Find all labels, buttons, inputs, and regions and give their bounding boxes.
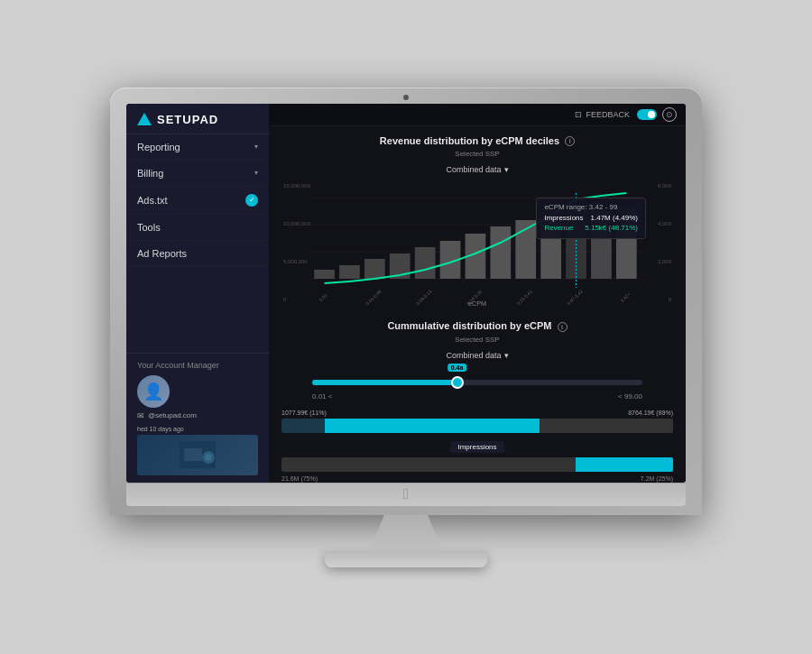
dropdown-arrow-icon-2: ▾ <box>504 351 509 360</box>
ssp-dropdown-2[interactable]: Combined data ▾ <box>446 351 508 360</box>
app-title: SETUPAD <box>157 113 218 126</box>
chevron-down-icon: ▾ <box>254 169 258 177</box>
reporting-label: Reporting <box>137 142 254 152</box>
bar-bottom-labels: 21.6M (75%) 7.2M (25%) <box>281 475 673 482</box>
svg-rect-12 <box>415 247 436 279</box>
y-axis-right: 6,000 4,000 2,000 0 <box>658 180 671 306</box>
account-manager-label: Your Account Manager <box>137 361 258 370</box>
bar-labels-top: 1077.99€ (11%) 8764.19€ (89%) <box>281 410 673 416</box>
chart-section-cumulative: Cummulative distribution by eCPM i Selec… <box>281 320 673 482</box>
svg-text:0.01: 0.01 <box>318 292 328 302</box>
bar-bottom-right: 7.2M (25%) <box>641 475 673 482</box>
bar-seg-teal <box>325 419 540 433</box>
feedback-icon: ⊡ <box>575 110 582 119</box>
adreports-label: Ad Reports <box>137 248 258 259</box>
billing-label: Billing <box>137 168 254 179</box>
svg-rect-1 <box>184 448 202 461</box>
user-icon[interactable]: ⊙ <box>662 107 677 122</box>
top-bar: ⊡ FEEDBACK ⊙ <box>269 104 686 126</box>
account-section: Your Account Manager 👤 ✉ @setupad.com he… <box>126 353 269 483</box>
charts-area: Revenue distribution by eCPM deciles i S… <box>269 126 686 483</box>
chart1-wrapper: 15,000,000 10,000,000 5,000,000 0 6,000 … <box>281 180 673 306</box>
monitor-neck <box>370 515 442 551</box>
svg-rect-8 <box>314 270 335 279</box>
slider-track <box>312 380 642 385</box>
svg-text:0.01-0.08: 0.01-0.08 <box>364 289 383 306</box>
slider-fill <box>312 380 461 385</box>
info-icon: i <box>565 136 575 146</box>
svg-text:eCPM: eCPM <box>468 300 486 306</box>
svg-text:0.97-3.42: 0.97-3.42 <box>566 289 584 306</box>
bar-label-right: 8764.19€ (89%) <box>628 410 673 416</box>
impressions-label: Impressions <box>544 214 583 222</box>
sidebar-item-reporting[interactable]: Reporting ▾ <box>126 134 269 161</box>
sidebar-item-billing[interactable]: Billing ▾ <box>126 161 269 187</box>
toggle-switch[interactable] <box>637 109 657 120</box>
promo-label: hed 10 days ago <box>137 426 258 432</box>
svg-rect-10 <box>364 259 385 279</box>
stacked-bar-impressions <box>281 457 673 472</box>
slider-max-label: < 99.00 <box>618 392 642 401</box>
svg-text:0.21-0.41: 0.21-0.41 <box>515 289 533 306</box>
svg-rect-15 <box>490 226 511 279</box>
app-container: SETUPAD Reporting ▾ Billing ▾ Ads.txt ✓ <box>126 104 686 483</box>
chart1-tooltip: eCPM range: 3.42 - 99 Impressions 1.47M … <box>536 198 646 239</box>
tools-label: Tools <box>137 222 258 233</box>
revenue-label: Revenue <box>544 224 573 232</box>
monitor-base <box>325 551 487 567</box>
info-icon-2: i <box>558 322 567 332</box>
slider-min-label: 0.01 < <box>312 392 332 401</box>
ssp-value-1: Combined data <box>446 165 501 174</box>
ssp-selector-2: Selected SSP <box>281 336 673 344</box>
slider-thumb[interactable] <box>451 376 464 389</box>
bar-bottom-left: 21.6M (75%) <box>281 475 318 482</box>
ssp-label-1: Selected SSP <box>455 150 499 158</box>
tooltip-revenue-row: Revenue 5.15k€ (48.71%) <box>544 224 638 232</box>
apple-logo-icon:  <box>403 487 409 502</box>
dropdown-arrow-icon: ▾ <box>504 165 509 174</box>
svg-text:0.09-0.13: 0.09-0.13 <box>415 289 433 306</box>
chevron-down-icon: ▾ <box>254 143 258 151</box>
slider-labels: 0.01 < < 99.00 <box>312 392 642 401</box>
bar-chart-area: 1077.99€ (11%) 8764.19€ (89%) <box>281 410 673 482</box>
svg-rect-9 <box>339 265 360 279</box>
sidebar-logo: SETUPAD <box>126 104 269 134</box>
sidebar: SETUPAD Reporting ▾ Billing ▾ Ads.txt ✓ <box>126 104 269 483</box>
bar-label-left: 1077.99€ (11%) <box>281 410 327 416</box>
tooltip-title: eCPM range: 3.42 - 99 <box>544 203 638 211</box>
chart2-title: Cummulative distribution by eCPM i <box>281 320 673 332</box>
feedback-button[interactable]: ⊡ FEEDBACK <box>575 110 630 119</box>
monitor-chin:  <box>126 483 686 506</box>
ssp-selector-1: Selected SSP <box>281 150 673 158</box>
email-icon: ✉ <box>137 411 144 420</box>
impressions-center-label: Impressions <box>450 441 503 453</box>
revenue-value: 5.15k€ (48.71%) <box>585 224 638 232</box>
ssp-label-2: Selected SSP <box>455 336 499 344</box>
adstxt-label: Ads.txt <box>137 195 245 206</box>
main-content: ⊡ FEEDBACK ⊙ Revenue distrib <box>269 104 686 483</box>
sidebar-item-adstxt[interactable]: Ads.txt ✓ <box>126 187 269 215</box>
bar-seg-teal-2 <box>576 457 674 472</box>
account-email: ✉ @setupad.com <box>137 411 258 420</box>
monitor-wrapper: SETUPAD Reporting ▾ Billing ▾ Ads.txt ✓ <box>110 88 702 567</box>
stacked-bar-revenue <box>281 419 673 433</box>
sidebar-item-tools[interactable]: Tools <box>126 215 269 241</box>
bar-seg-gray <box>540 419 673 433</box>
chart-section-revenue: Revenue distribution by eCPM deciles i S… <box>281 135 673 307</box>
monitor-screen: SETUPAD Reporting ▾ Billing ▾ Ads.txt ✓ <box>126 104 686 483</box>
feedback-label: FEEDBACK <box>586 110 630 119</box>
promo-thumbnail <box>137 435 258 475</box>
check-icon: ✓ <box>245 194 258 207</box>
ssp-dropdown-1[interactable]: Combined data ▾ <box>446 165 508 174</box>
toggle-knob <box>648 111 655 118</box>
bar-seg-dark <box>281 419 325 433</box>
email-value: @setupad.com <box>148 411 197 419</box>
chart1-title: Revenue distribution by eCPM deciles i <box>281 135 673 147</box>
impressions-value: 1.47M (4.49%) <box>591 214 638 222</box>
ssp-value-2: Combined data <box>446 351 501 360</box>
sidebar-item-adreports[interactable]: Ad Reports <box>126 241 269 267</box>
y-axis-left: 15,000,000 10,000,000 5,000,000 0 <box>283 180 310 306</box>
logo-triangle-icon <box>137 113 152 125</box>
svg-point-3 <box>205 454 212 461</box>
camera-dot <box>403 95 409 100</box>
